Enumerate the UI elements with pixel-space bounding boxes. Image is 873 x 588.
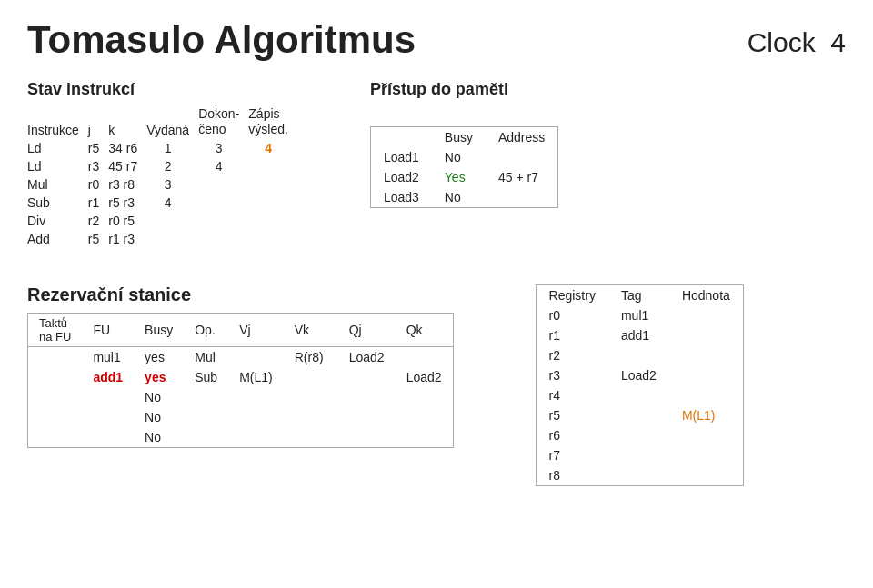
rez-cell-busy: No: [134, 387, 184, 407]
rez-cell-qk: [396, 387, 453, 407]
rez-cell-taktu: [28, 387, 83, 407]
stav-instrukcí-section: Stav instrukcí Instrukce j k Vydaná Doko…: [27, 80, 297, 248]
rez-row: No: [28, 427, 454, 448]
registry-cell-reg: r8: [536, 465, 608, 486]
registry-cell-reg: r3: [536, 365, 608, 385]
registry-row: r5 M(L1): [536, 405, 743, 425]
registry-row: r1 add1: [536, 325, 743, 345]
rez-cell-vj: [228, 427, 284, 448]
rez-cell-qj: [338, 367, 396, 387]
rez-cell-op: [184, 427, 228, 448]
registry-row: r6: [536, 425, 743, 445]
registry-cell-hodnota: [669, 385, 743, 405]
rez-cell-busy: No: [134, 407, 184, 427]
rez-row: mul1 yes Mul R(r8) Load2: [28, 346, 454, 367]
stav-cell-vydana: 1: [146, 139, 198, 157]
stav-cell-dokonceno: [198, 175, 248, 194]
rez-stanice-section: Rezervační stanice Taktů na FU FU Busy O…: [27, 284, 454, 486]
rez-row: No: [28, 407, 454, 427]
pristup-cell-load: Load2: [370, 167, 431, 187]
pristup-cell-address: [486, 187, 558, 208]
registry-table: Registry Tag Hodnota r0 mul1 r1 add1 r2 …: [536, 284, 744, 486]
pristup-title: Přístup do paměti: [370, 80, 558, 99]
registry-row: r2: [536, 345, 743, 365]
rez-cell-busy: yes: [134, 367, 184, 387]
stav-cell-instrukce: Mul: [27, 175, 88, 194]
rez-col-vj: Vj: [228, 313, 284, 346]
stav-row: Ld r3 45 r7 2 4: [27, 157, 297, 175]
pristup-cell-busy: No: [432, 147, 486, 167]
stav-cell-instrukce: Sub: [27, 194, 88, 212]
registry-cell-hodnota: [669, 365, 743, 385]
stav-cell-dokonceno: 3: [198, 139, 248, 157]
rez-cell-qj: [338, 427, 396, 448]
registry-cell-tag: [608, 385, 669, 405]
stav-cell-vydana: 4: [146, 194, 198, 212]
stav-cell-dokonceno: 4: [198, 157, 248, 175]
rez-cell-op: Mul: [184, 346, 228, 367]
registry-cell-tag: [608, 345, 669, 365]
stav-cell-k: r5 r3: [108, 194, 146, 212]
registry-cell-hodnota: [669, 345, 743, 365]
registry-cell-tag: [608, 405, 669, 425]
rez-title: Rezervační stanice: [27, 284, 454, 305]
pristup-cell-busy: Yes: [432, 167, 486, 187]
registry-cell-tag: [608, 445, 669, 465]
registry-col-tag: Tag: [608, 284, 669, 305]
registry-cell-tag: mul1: [608, 305, 669, 325]
stav-row: Mul r0 r3 r8 3: [27, 175, 297, 194]
rez-cell-vj: [228, 346, 284, 367]
rez-cell-vj: M(L1): [228, 367, 284, 387]
rez-cell-qk: [396, 427, 453, 448]
stav-cell-vydana: [146, 230, 198, 248]
stav-table: Instrukce j k Vydaná Dokon- čeno Zápis v…: [27, 105, 297, 248]
registry-cell-reg: r1: [536, 325, 608, 345]
pristup-cell-address: [486, 147, 558, 167]
pristup-cell-address: 45 + r7: [486, 167, 558, 187]
rez-cell-vk: [284, 427, 338, 448]
registry-cell-reg: r6: [536, 425, 608, 445]
stav-cell-zapis: [248, 157, 297, 175]
stav-cell-dokonceno: [198, 194, 248, 212]
registry-row: r0 mul1: [536, 305, 743, 325]
registry-cell-hodnota: [669, 465, 743, 486]
rez-cell-vj: [228, 407, 284, 427]
registry-cell-hodnota: [669, 305, 743, 325]
registry-cell-reg: r7: [536, 445, 608, 465]
rez-cell-op: Sub: [184, 367, 228, 387]
stav-cell-instrukce: Add: [27, 230, 88, 248]
rez-cell-op: [184, 407, 228, 427]
rez-table: Taktů na FU FU Busy Op. Vj Vk Qj Qk mul1…: [27, 313, 454, 448]
stav-cell-instrukce: Div: [27, 212, 88, 230]
stav-col-zapis: Zápis výsled.: [248, 105, 297, 139]
registry-row: r4: [536, 385, 743, 405]
registry-cell-tag: [608, 465, 669, 486]
stav-cell-vydana: 3: [146, 175, 198, 194]
rez-col-qk: Qk: [396, 313, 453, 346]
stav-col-instrukce: Instrukce: [27, 105, 88, 139]
registry-cell-hodnota: [669, 325, 743, 345]
stav-cell-instrukce: Ld: [27, 157, 88, 175]
pristup-cell-load: Load3: [370, 187, 431, 208]
rez-cell-qk: Load2: [396, 367, 453, 387]
rez-col-vk: Vk: [284, 313, 338, 346]
rez-cell-qj: [338, 407, 396, 427]
registry-cell-tag: Load2: [608, 365, 669, 385]
rez-cell-fu: [82, 407, 134, 427]
stav-cell-zapis: [248, 175, 297, 194]
clock-display: Clock 4: [748, 27, 846, 58]
pristup-col-load: [370, 127, 431, 148]
rez-cell-fu: add1: [82, 367, 134, 387]
stav-row: Add r5 r1 r3: [27, 230, 297, 248]
stav-col-dokonceno: Dokon- čeno: [198, 105, 248, 139]
stav-cell-j: r1: [88, 194, 108, 212]
stav-cell-dokonceno: [198, 212, 248, 230]
registry-cell-reg: r4: [536, 385, 608, 405]
stav-cell-instrukce: Ld: [27, 139, 88, 157]
registry-cell-reg: r5: [536, 405, 608, 425]
pristup-cell-load: Load1: [370, 147, 431, 167]
stav-cell-k: r3 r8: [108, 175, 146, 194]
pristup-col-address: Address: [486, 127, 558, 148]
stav-col-k: k: [108, 105, 146, 139]
rez-cell-vk: [284, 387, 338, 407]
